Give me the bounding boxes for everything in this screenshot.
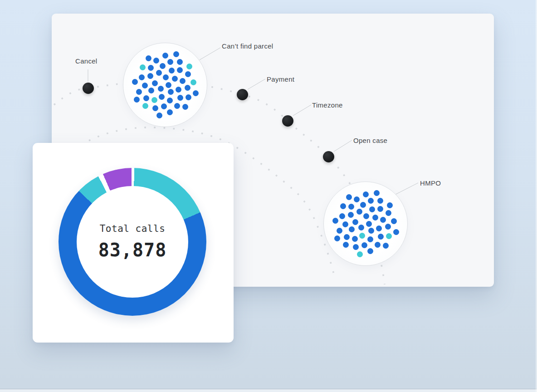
milestone-dot-open-case[interactable] (323, 151, 334, 162)
bubble-dot (357, 251, 363, 257)
bubble-dot (340, 203, 346, 209)
bubble-dot (387, 202, 393, 208)
bubble-dot (386, 210, 391, 216)
bubble-dot (386, 233, 392, 239)
bubble-dot (393, 229, 399, 235)
bubble-dot (337, 228, 342, 234)
bubble-dot (372, 215, 378, 220)
bubble-dot (193, 90, 199, 96)
bubble-cluster-hmpo[interactable] (323, 181, 408, 266)
bubble-dot (152, 80, 158, 86)
bubble-dot (349, 226, 355, 232)
bubble-dot (186, 94, 191, 100)
bubble-dot (142, 83, 148, 88)
bubble-dot (354, 196, 360, 202)
bubble-dot (159, 94, 165, 100)
bubble-dot (186, 64, 192, 69)
bubble-dot (368, 198, 374, 204)
bubble-dot (146, 55, 151, 61)
bubble-dot (172, 76, 178, 82)
milestone-label-hmpo: HMPO (420, 179, 441, 187)
bubble-dot (343, 242, 349, 248)
milestone-label-cancel: Cancel (75, 57, 98, 65)
bubble-dot (352, 219, 358, 225)
bubble-dot (352, 236, 358, 242)
bubble-dot (348, 212, 354, 218)
bubble-dot (167, 98, 173, 103)
milestone-label-open-case: Open case (353, 137, 387, 144)
bubble-dot (156, 113, 162, 118)
bubble-dot (140, 64, 146, 70)
bubble-dot (132, 79, 138, 85)
bubble-dot (177, 59, 183, 65)
bubble-dot (182, 104, 188, 110)
bubble-dot (342, 221, 348, 227)
bubble-dot (163, 74, 169, 80)
bubble-dot (180, 78, 186, 84)
bubble-dot (359, 233, 365, 239)
bubble-dot (374, 190, 380, 196)
bubble-dot (185, 85, 190, 91)
bubble-dot (366, 221, 372, 227)
milestone-dot-payment[interactable] (237, 89, 248, 100)
total-calls-donut-chart[interactable]: Total calls 83,878 (59, 168, 206, 316)
bubble-dot (369, 206, 375, 212)
milestone-label-payment: Payment (267, 75, 294, 83)
bubble-dot (139, 74, 145, 80)
milestone-dot-cancel[interactable] (83, 83, 94, 94)
bubble-dot (361, 242, 367, 248)
bubble-dot (363, 213, 369, 219)
milestone-dot-timezone[interactable] (282, 115, 293, 127)
bubble-dot (177, 95, 183, 101)
bubble-dot (377, 206, 383, 212)
bubble-dot (162, 53, 168, 59)
bubble-dot (348, 204, 354, 210)
bubble-dot (167, 59, 173, 65)
bubble-dot (339, 213, 345, 219)
bubble-dot (368, 228, 374, 234)
milestone-label-can-t-find-parcel: Can’t find parcel (222, 42, 273, 50)
bubble-dot (375, 242, 381, 248)
bubble-dot (143, 95, 149, 101)
screen-bottom-edge (0, 389, 537, 392)
bubble-dot (346, 194, 352, 200)
bubble-dot (334, 235, 340, 241)
bubble-dot (160, 63, 166, 69)
bubble-dot (148, 88, 154, 93)
bubble-dot (363, 191, 369, 197)
bubble-dot (167, 109, 173, 115)
bubble-dot (158, 86, 164, 92)
bubble-dot (161, 103, 167, 109)
milestone-label-timezone: Timezone (312, 101, 343, 109)
bubble-dot (360, 202, 366, 208)
donut-center: Total calls 83,878 (77, 186, 188, 298)
bubble-dot (332, 218, 338, 224)
bubble-dot (177, 67, 183, 73)
bubble-dot (136, 89, 142, 95)
bubble-dot (156, 70, 162, 76)
bubble-dot (358, 225, 364, 230)
screenshot-stage: CancelCan’t find parcelPaymentTimezoneOp… (0, 0, 537, 392)
bubble-dot (174, 103, 180, 109)
bubble-dot (185, 71, 191, 77)
bubble-dot (378, 234, 384, 240)
total-calls-card: Total calls 83,878 (33, 143, 234, 343)
bubble-dot (385, 224, 391, 230)
bubble-dot (353, 244, 359, 250)
bubble-dot (168, 89, 174, 95)
bubble-dot (152, 105, 158, 111)
bubble-cluster-can-t-find-parcel[interactable] (123, 43, 207, 127)
donut-title: Total calls (100, 223, 166, 234)
bubble-dot (344, 234, 350, 240)
bubble-dot (356, 209, 362, 215)
bubble-dot (380, 217, 386, 223)
bubble-dot (166, 82, 171, 88)
bubble-dot (376, 225, 382, 231)
bubble-dot (190, 79, 196, 85)
bubble-dot (151, 97, 157, 103)
bubble-dot (153, 58, 159, 64)
bubble-dot (147, 73, 153, 79)
bubble-dot (367, 236, 373, 242)
bubble-dot (383, 243, 389, 249)
bubble-dot (377, 198, 383, 204)
